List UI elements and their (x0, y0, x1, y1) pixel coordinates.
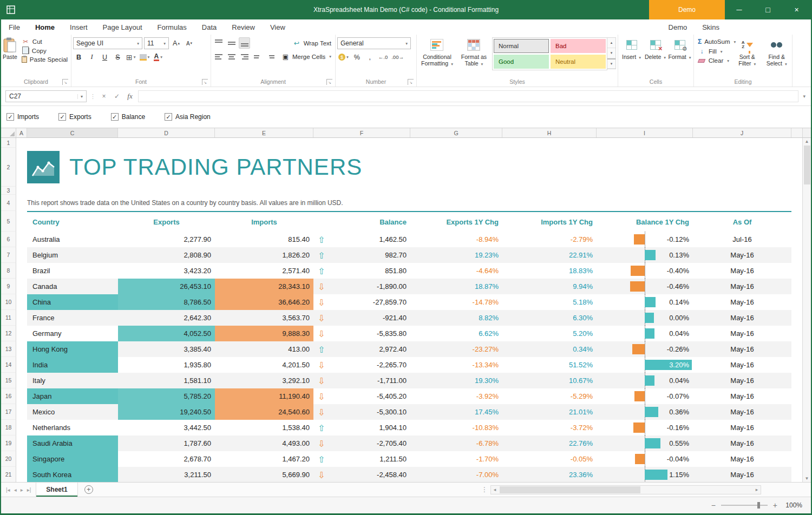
cell[interactable] (16, 279, 27, 294)
conditional-formatting-button[interactable]: Conditional Formatting ▾ (418, 36, 456, 67)
table-header-balance-1y-chg[interactable]: Balance 1Y Chg (597, 211, 693, 232)
cell-imports[interactable]: 11,190.40 (215, 388, 313, 404)
report-header[interactable]: TOP TRADING PARTNERS (16, 148, 791, 187)
column-header-c[interactable]: C (27, 128, 118, 137)
cell-as-of[interactable]: May-16 (693, 420, 791, 435)
row-header-1[interactable]: 1 (1, 138, 16, 148)
clear-button[interactable]: Clear▾ (696, 57, 731, 64)
cell-balance[interactable]: ⇩-2,458.40 (313, 467, 410, 482)
cell-exports-1y-chg[interactable]: 18.87% (410, 279, 502, 294)
cell-exports-1y-chg[interactable]: -10.83% (410, 420, 502, 435)
horizontal-scrollbar[interactable]: ◂ ▸ (490, 485, 761, 494)
report-subtitle[interactable]: This report shows trade data on the Unit… (16, 195, 791, 211)
cell-imports[interactable]: 815.40 (215, 232, 313, 247)
cell-imports-1y-chg[interactable]: 0.34% (502, 341, 597, 357)
cell-exports[interactable]: 2,808.90 (118, 247, 215, 263)
sort-filter-button[interactable]: AZ Sort & Filter ▾ (734, 36, 761, 67)
chevron-down-icon[interactable]: ▾ (77, 94, 83, 99)
cell-exports-1y-chg[interactable]: -8.94% (410, 232, 502, 247)
align-top-button[interactable] (213, 37, 224, 49)
cell-balance[interactable]: ⇩-5,835.80 (313, 326, 410, 341)
shrink-font-button[interactable]: A▾ (184, 38, 195, 49)
filter-checkbox-balance[interactable]: ✓Balance (111, 113, 145, 121)
cell-as-of[interactable]: May-16 (693, 451, 791, 467)
cell[interactable] (16, 373, 27, 388)
align-center-button[interactable] (226, 51, 237, 62)
minimize-button[interactable]: ─ (725, 0, 754, 19)
cell-imports-1y-chg[interactable]: 22.76% (502, 435, 597, 451)
autosum-button[interactable]: ΣAutoSum▾ (696, 37, 731, 46)
cell-balance[interactable]: ⇧982.70 (313, 247, 410, 263)
delete-cells-button[interactable]: Delete ▾ (644, 36, 667, 61)
row-header-8[interactable]: 8 (1, 263, 16, 279)
name-box[interactable]: C27▾ (5, 90, 87, 102)
row-header-13[interactable]: 13 (1, 341, 16, 357)
table-header-exports-1y-chg[interactable]: Exports 1Y Chg (410, 211, 502, 232)
paste-special-button[interactable]: Paste Special (19, 56, 70, 63)
cell-style-good[interactable]: Good (494, 55, 549, 69)
cell-country[interactable]: India (27, 357, 118, 373)
gallery-more-button[interactable]: ▾ (607, 58, 615, 69)
strikethrough-button[interactable]: S (112, 51, 123, 63)
horizontal-scrollbar-thumb[interactable] (500, 486, 640, 493)
format-cells-button[interactable]: Format ▾ (668, 36, 692, 61)
cut-button[interactable]: ✂Cut (19, 37, 70, 46)
cell-balance[interactable]: ⇧2,972.40 (313, 341, 410, 357)
cell-as-of[interactable]: May-16 (693, 341, 791, 357)
cell-exports-1y-chg[interactable]: -14.78% (410, 294, 502, 310)
cell-imports[interactable]: 1,826.20 (215, 247, 313, 263)
first-sheet-button[interactable]: |◂ (6, 487, 10, 493)
align-middle-button[interactable] (226, 37, 237, 49)
cell-balance-1y-chg[interactable]: 0.36% (597, 404, 693, 420)
cell-balance[interactable]: ⇩-2,705.40 (313, 435, 410, 451)
zoom-slider[interactable] (721, 505, 768, 506)
cell-exports[interactable]: 3,385.40 (118, 341, 215, 357)
menu-tab-home[interactable]: Home (28, 19, 62, 35)
cell-balance-1y-chg[interactable]: -0.04% (597, 451, 693, 467)
cell-balance-1y-chg[interactable]: 0.04% (597, 373, 693, 388)
cell-balance-1y-chg[interactable]: 1.15% (597, 467, 693, 482)
alignment-dialog-launcher[interactable]: ↘ (326, 79, 332, 85)
font-dialog-launcher[interactable]: ↘ (202, 79, 208, 85)
cell[interactable] (16, 388, 27, 404)
menu-tab-skins[interactable]: Skins (695, 19, 727, 35)
cell[interactable] (16, 187, 791, 195)
filter-checkbox-asia-region[interactable]: ✓Asia Region (165, 113, 211, 121)
cell-imports[interactable]: 5,669.90 (215, 467, 313, 482)
cell-exports-1y-chg[interactable]: -6.78% (410, 435, 502, 451)
cell-exports[interactable]: 2,642.30 (118, 310, 215, 326)
cell-exports[interactable]: 2,277.90 (118, 232, 215, 247)
cell-balance[interactable]: ⇩-921.40 (313, 310, 410, 326)
row-header-21[interactable]: 21 (1, 467, 16, 482)
cell-exports[interactable]: 1,581.10 (118, 373, 215, 388)
menu-tab-insert[interactable]: Insert (62, 19, 95, 35)
comma-style-button[interactable]: , (364, 51, 376, 63)
row-header-15[interactable]: 15 (1, 373, 16, 388)
decrease-decimal-button[interactable]: .00→ (390, 51, 405, 63)
table-header-imports-1y-chg[interactable]: Imports 1Y Chg (502, 211, 597, 232)
align-bottom-button[interactable] (239, 37, 250, 49)
increase-indent-button[interactable] (265, 51, 276, 62)
zoom-out-button[interactable]: − (711, 501, 716, 510)
cell-style-normal[interactable]: Normal (494, 39, 549, 53)
cell-imports[interactable]: 36,646.20 (215, 294, 313, 310)
cell-balance-1y-chg[interactable]: -0.46% (597, 279, 693, 294)
scrollbar-grip[interactable]: ⋮ (481, 486, 488, 493)
cell-imports[interactable]: 3,292.10 (215, 373, 313, 388)
row-header-6[interactable]: 6 (1, 232, 16, 247)
cell-exports[interactable]: 1,935.80 (118, 357, 215, 373)
clipboard-dialog-launcher[interactable]: ↘ (62, 79, 68, 85)
demo-badge[interactable]: Demo (649, 0, 725, 19)
row-header-2[interactable]: 2 (1, 148, 16, 187)
row-header-10[interactable]: 10 (1, 294, 16, 310)
menu-tab-review[interactable]: Review (224, 19, 263, 35)
cell-country[interactable]: Italy (27, 373, 118, 388)
cell[interactable] (16, 404, 27, 420)
accounting-format-button[interactable]: $▾ (337, 51, 350, 63)
align-right-button[interactable] (239, 51, 250, 62)
cell-country[interactable]: Japan (27, 388, 118, 404)
table-header-balance[interactable]: Balance (313, 211, 410, 232)
cell-balance-1y-chg[interactable]: 0.00% (597, 310, 693, 326)
row-header-14[interactable]: 14 (1, 357, 16, 373)
cell-as-of[interactable]: May-16 (693, 326, 791, 341)
